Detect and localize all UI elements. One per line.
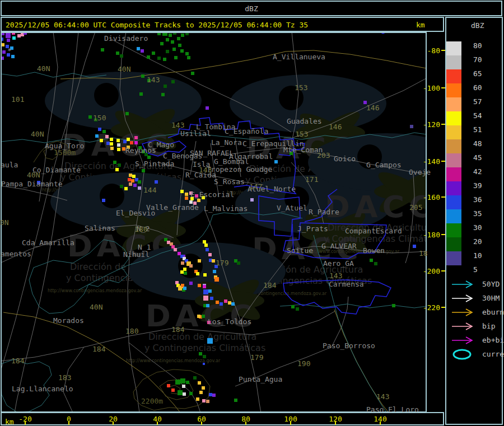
radar-echo-cell xyxy=(250,198,254,202)
radar-echo-cell xyxy=(186,381,189,384)
watermark-org-line1: Dirección de Agricultura xyxy=(148,331,256,342)
axis-tick xyxy=(25,422,26,425)
radar-echo-cell xyxy=(202,196,205,199)
radar-echo-cell xyxy=(198,284,201,287)
radar-echo-cell xyxy=(208,253,212,256)
radar-echo-cell xyxy=(141,74,144,78)
axis-tick xyxy=(113,422,114,425)
scale-block xyxy=(446,209,461,223)
radar-echo-cell xyxy=(147,55,150,59)
radar-echo-cell xyxy=(134,141,138,144)
right-panel: dBZ 807065605754514845423936353020105 50… xyxy=(445,17,503,425)
radar-echo-cell xyxy=(171,40,174,44)
radar-echo-cell xyxy=(203,240,206,244)
radar-echo-cell xyxy=(94,118,97,121)
radar-echo-cell xyxy=(130,141,133,144)
radar-echo-cell xyxy=(228,301,231,305)
radar-echo-cell xyxy=(88,115,92,119)
radar-echo-cell xyxy=(193,202,197,205)
radar-echo-cell xyxy=(234,399,237,402)
track-arrow-icon xyxy=(451,292,478,307)
watermark-layer: DACCDirección de Agriculturay Contingenc… xyxy=(42,72,465,363)
radar-echo-cell xyxy=(164,85,167,88)
radar-echo-cell xyxy=(142,169,145,172)
radar-echo-cell xyxy=(102,130,106,133)
axis-tick xyxy=(157,422,158,425)
radar-echo-cell xyxy=(175,380,180,385)
radar-echo-cell xyxy=(207,338,213,344)
legend-label: current xyxy=(482,350,504,358)
scale-label: 70 xyxy=(473,56,482,63)
radar-echo-cell xyxy=(214,277,219,282)
radar-echo-cell xyxy=(206,304,209,307)
radar-echo-cell xyxy=(116,52,119,55)
scale-label: 36 xyxy=(473,196,482,203)
radar-echo-cell xyxy=(202,399,206,402)
radar-echo-cell xyxy=(124,187,128,190)
radar-echo-cell xyxy=(37,181,40,184)
radar-echo-cell xyxy=(370,259,373,262)
axis-tick xyxy=(68,422,69,425)
radar-echo-cell xyxy=(189,200,193,204)
scale-label: 30 xyxy=(473,224,482,231)
radar-echo-cell xyxy=(110,138,113,141)
radar-echo-cell xyxy=(206,248,209,251)
radar-echo-cell xyxy=(147,156,151,159)
radar-echo-cell xyxy=(291,305,295,308)
radar-echo-cell xyxy=(185,32,189,35)
radar-echo-cell xyxy=(363,101,367,104)
river-line xyxy=(280,304,426,308)
radar-echo-cell xyxy=(163,58,166,61)
scale-block xyxy=(446,167,461,181)
radar-echo-cell xyxy=(203,296,208,301)
road-line xyxy=(63,347,84,413)
scale-block xyxy=(446,69,461,83)
axis-tick xyxy=(201,422,202,425)
radar-echo-cell xyxy=(174,56,178,59)
radar-echo-cell xyxy=(213,270,216,273)
radar-echo-cell xyxy=(138,146,142,149)
colorbar-title: dBZ xyxy=(471,21,484,30)
radar-echo-cell xyxy=(197,315,200,318)
scale-label: 48 xyxy=(473,140,482,147)
radar-echo-cell xyxy=(204,244,208,247)
legend-label: eburn xyxy=(482,308,504,316)
axis-tick xyxy=(380,422,381,425)
radar-echo-cell xyxy=(155,180,158,184)
scale-label: 51 xyxy=(473,126,482,133)
track-arrow-icon xyxy=(451,334,478,349)
radar-echo-cell xyxy=(117,143,120,147)
scale-label: 65 xyxy=(473,70,482,77)
radar-echo-cell xyxy=(11,55,15,58)
scale-label: 10 xyxy=(473,252,482,259)
scale-label: 39 xyxy=(473,182,482,189)
river-line xyxy=(1,359,52,412)
radar-echo-cell xyxy=(296,307,299,311)
scale-block xyxy=(446,195,461,209)
radar-echo-cell xyxy=(157,57,161,60)
watermark-url: http://www.contingencias.mendoza.gov.ar xyxy=(126,358,221,363)
scale-label: 20 xyxy=(473,238,482,245)
radar-echo-cell xyxy=(198,381,201,385)
scale-label: 80 xyxy=(473,42,482,49)
radar-echo-cell xyxy=(191,72,194,75)
boundary-line xyxy=(380,32,386,34)
watermark-url: http://www.contingencias.mendoza.gov.ar xyxy=(305,249,400,254)
radar-echo-cell xyxy=(180,49,184,53)
radar-echo-cell xyxy=(210,297,213,300)
radar-echo-cell xyxy=(410,125,413,128)
radar-echo-cell xyxy=(173,31,176,35)
radar-echo-cell xyxy=(231,302,235,306)
radar-echo-cell xyxy=(137,47,140,50)
radar-echo-cell xyxy=(128,178,131,181)
radar-echo-cell xyxy=(12,31,15,35)
scale-block xyxy=(446,251,461,265)
radar-echo-cell xyxy=(1,43,4,46)
radar-echo-cell xyxy=(139,92,143,96)
radar-echo-cell xyxy=(131,179,134,182)
radar-app-window: dBZ 2025/12/05 06:44:00 UTC Composite Tr… xyxy=(0,0,504,426)
radar-echo-cell xyxy=(133,184,137,187)
radar-echo-cell xyxy=(141,49,144,53)
radar-echo-cell xyxy=(166,38,169,41)
radar-echo-cell xyxy=(187,56,190,59)
